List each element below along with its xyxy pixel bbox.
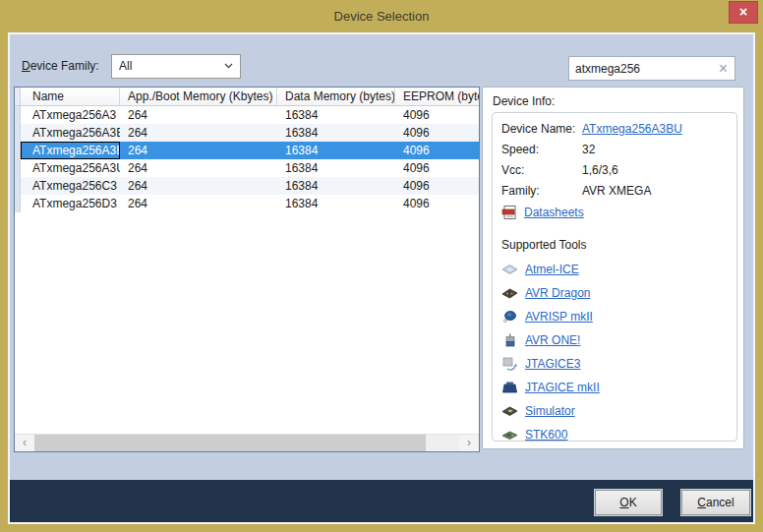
table-row[interactable]: ATxmega256D3 264 16384 4096 [15,195,479,212]
chevron-down-icon [224,63,233,69]
family-label: Family: [501,181,582,202]
vcc-label: Vcc: [501,160,582,181]
datasheets-link[interactable]: Datasheets [524,206,584,219]
vcc-value: 1,6/3,6 [582,160,618,181]
cell-appboot[interactable]: 264 [120,195,277,212]
scroll-right-icon[interactable]: › [459,435,479,451]
cell-appboot[interactable]: 264 [120,142,277,159]
device-selection-dialog: Device Selection × Device Family: All × … [0,0,763,532]
device-name-label: Device Name: [501,119,582,140]
cell-appboot[interactable]: 264 [120,159,277,177]
cell-datamem[interactable]: 16384 [277,159,395,177]
cell-name[interactable]: ATxmega256D3 [21,195,120,212]
scrollbar-thumb[interactable] [34,435,426,451]
jtagice-mkii-icon [501,381,518,394]
tool-link[interactable]: AVR Dragon [525,286,590,300]
tool-link[interactable]: STK600 [525,428,567,442]
tool-link[interactable]: JTAGICE3 [525,357,580,371]
ok-accesskey: O [619,496,628,509]
tool-item: AVR Dragon [501,281,736,305]
cancel-label-rest: ancel [706,496,734,509]
tool-link[interactable]: AVR ONE! [525,333,580,347]
table-row[interactable]: ATxmega256A3B 264 16384 4096 [15,124,479,142]
device-table[interactable]: Name App./Boot Memory (Kbytes) Data Memo… [14,87,480,452]
device-info-panel: Device Info: Device Name: ATxmega256A3BU… [482,87,744,449]
device-name-row: Device Name: ATxmega256A3BU [501,119,736,140]
column-header-name[interactable]: Name [21,88,120,105]
tool-link[interactable]: JTAGICE mkII [525,381,600,394]
tool-link[interactable]: AVRISP mkII [525,310,593,324]
search-input[interactable] [575,57,708,80]
column-header-datamem[interactable]: Data Memory (bytes) [277,88,395,105]
avr-one-icon [501,333,518,347]
tool-item: Atmel-ICE [501,258,736,281]
family-row: Family: AVR XMEGA [501,181,736,202]
atmel-ice-icon [501,263,518,276]
cancel-button[interactable]: Cancel [681,490,750,515]
cell-eeprom[interactable]: 4096 [395,177,479,195]
cell-appboot[interactable]: 264 [120,106,277,124]
cell-datamem[interactable]: 16384 [277,106,395,124]
device-info-title: Device Info: [493,94,555,108]
title-bar[interactable]: Device Selection × [0,0,763,32]
tool-item: JTAGICE mkII [501,376,736,399]
scroll-left-icon[interactable]: ‹ [15,435,34,451]
vcc-row: Vcc: 1,6/3,6 [501,160,736,181]
speed-row: Speed: 32 [501,140,736,160]
avr-dragon-icon [501,286,518,300]
footer-bar: OK Cancel [10,480,753,522]
device-family-label-rest: evice Family: [30,59,99,73]
cell-appboot[interactable]: 264 [120,177,277,195]
avrisp-mkii-icon [501,310,518,324]
table-row[interactable]: ATxmega256C3 264 16384 4096 [15,177,479,195]
cell-eeprom[interactable]: 4096 [395,124,479,142]
ok-button[interactable]: OK [595,490,662,515]
cell-datamem[interactable]: 16384 [277,124,395,142]
table-row[interactable]: ATxmega256A3 264 16384 4096 [15,106,479,124]
column-header-eeprom[interactable]: EEPROM (bytes) [395,88,479,105]
table-row[interactable]: ATxmega256A3U 264 16384 4096 [15,159,479,177]
device-family-label: Device Family: [22,54,99,79]
device-family-accesskey: D [22,59,30,73]
supported-tools-list: Atmel-ICE AVR Dragon AVRISP mkII AVR ONE… [501,258,736,442]
horizontal-scrollbar[interactable]: ‹ › [15,434,479,451]
device-family-dropdown[interactable]: All [111,54,241,79]
cell-eeprom[interactable]: 4096 [395,159,479,177]
pdf-icon [501,206,518,219]
tool-link[interactable]: Simulator [525,404,575,418]
jtagice3-icon [501,357,518,371]
device-name-link[interactable]: ATxmega256A3BU [582,119,682,140]
device-info-box: Device Name: ATxmega256A3BU Speed: 32 Vc… [492,112,737,442]
speed-label: Speed: [501,140,582,160]
cell-name[interactable]: ATxmega256A3U [21,159,120,177]
cell-eeprom[interactable]: 4096 [395,106,479,124]
table-row-selected[interactable]: ATxmega256A3BU 264 16384 4096 [15,142,479,159]
speed-value: 32 [582,140,595,160]
cell-name[interactable]: ATxmega256A3B [21,124,120,142]
cancel-accesskey: C [697,496,706,509]
close-icon[interactable]: × [729,1,758,24]
cell-name[interactable]: ATxmega256A3BU [21,142,120,159]
table-header: Name App./Boot Memory (Kbytes) Data Memo… [15,88,479,106]
datasheets-row: Datasheets [501,202,736,222]
tool-item: AVR ONE! [501,328,736,352]
cell-eeprom[interactable]: 4096 [395,195,479,212]
column-header-appboot[interactable]: App./Boot Memory (Kbytes) [120,88,277,105]
tool-link[interactable]: Atmel-ICE [525,263,579,276]
cell-datamem[interactable]: 16384 [277,142,395,159]
device-family-value: All [119,55,132,78]
stk600-icon [501,428,518,442]
tool-item: Simulator [501,399,736,423]
device-search-box[interactable]: × [568,56,735,81]
cell-datamem[interactable]: 16384 [277,177,395,195]
simulator-icon [501,404,518,418]
tool-item: AVRISP mkII [501,305,736,328]
cell-name[interactable]: ATxmega256C3 [21,177,120,195]
cell-datamem[interactable]: 16384 [277,195,395,212]
tool-item: JTAGICE3 [501,352,736,376]
cell-appboot[interactable]: 264 [120,124,277,142]
cell-name[interactable]: ATxmega256A3 [21,106,120,124]
clear-search-icon[interactable]: × [719,58,728,80]
dialog-content: Device Family: All × Name App./Boot Memo… [8,32,755,524]
cell-eeprom[interactable]: 4096 [395,142,479,159]
